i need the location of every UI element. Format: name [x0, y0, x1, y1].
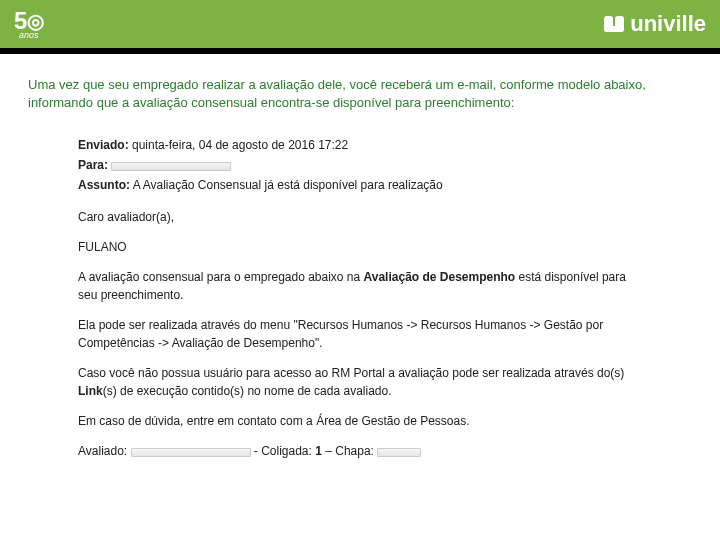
email-preview: Enviado: quinta-feira, 04 de agosto de 2… — [0, 122, 720, 460]
logo-50-subtext: anos — [19, 31, 39, 40]
email-name: FULANO — [78, 238, 642, 256]
page-header: 5 ◎ anos univille — [0, 0, 720, 48]
email-subject-value: A Avaliação Consensual já está disponíve… — [133, 178, 443, 192]
email-avaliado-line: Avaliado: - Coligada: 1 – Chapa: — [78, 442, 642, 460]
email-p1-a: A avaliação consensual para o empregado … — [78, 270, 364, 284]
email-sent-line: Enviado: quinta-feira, 04 de agosto de 2… — [78, 136, 642, 154]
avaliado-label: Avaliado: — [78, 444, 127, 458]
email-subject-label: Assunto: — [78, 178, 130, 192]
coligada-label: - Coligada: — [254, 444, 315, 458]
email-paragraph-4: Em caso de dúvida, entre em contato com … — [78, 412, 642, 430]
chapa-label: – Chapa: — [322, 444, 377, 458]
email-to-label: Para: — [78, 158, 108, 172]
email-salutation: Caro avaliador(a), — [78, 208, 642, 226]
logo-50-anos: 5 ◎ anos — [14, 9, 43, 40]
email-sent-label: Enviado: — [78, 138, 129, 152]
redacted-avaliado — [131, 448, 251, 457]
email-p3-c: (s) de execução contido(s) no nome de ca… — [103, 384, 392, 398]
univille-icon — [602, 12, 626, 36]
email-paragraph-1: A avaliação consensual para o empregado … — [78, 268, 642, 304]
logo-50-swirl-icon: ◎ — [27, 11, 43, 31]
email-paragraph-2: Ela pode ser realizada através do menu "… — [78, 316, 642, 352]
email-p3-bold: Link — [78, 384, 103, 398]
logo-univille: univille — [602, 11, 706, 37]
email-to-line: Para: — [78, 156, 642, 174]
email-subject-line: Assunto: A Avaliação Consensual já está … — [78, 176, 642, 194]
redacted-recipient — [111, 162, 231, 171]
redacted-chapa — [377, 448, 421, 457]
email-paragraph-3: Caso você não possua usuário para acesso… — [78, 364, 642, 400]
logo-univille-text: univille — [630, 11, 706, 37]
email-sent-value: quinta-feira, 04 de agosto de 2016 17:22 — [132, 138, 348, 152]
email-p3-a: Caso você não possua usuário para acesso… — [78, 366, 624, 380]
email-p1-bold: Avaliação de Desempenho — [364, 270, 516, 284]
coligada-value: 1 — [315, 444, 322, 458]
svg-rect-2 — [604, 26, 624, 32]
logo-50-digit: 5 — [14, 9, 26, 33]
intro-text: Uma vez que seu empregado realizar a ava… — [0, 54, 720, 122]
